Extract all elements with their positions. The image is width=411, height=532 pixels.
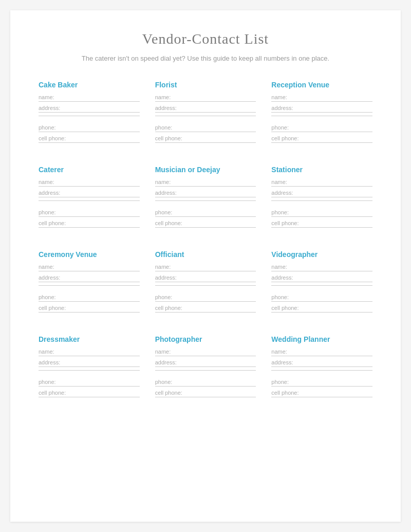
name-label: name: <box>155 264 256 270</box>
address-line-1 <box>155 366 256 367</box>
address-label: address: <box>271 274 372 281</box>
name-field-caterer: name: <box>39 179 140 187</box>
name-field-dressmaker: name: <box>39 348 140 356</box>
phone-field-officiant: phone: <box>155 294 256 302</box>
name-field-photographer: name: <box>155 348 256 356</box>
phone-label: phone: <box>155 294 256 300</box>
cell-phone-label: cell phone: <box>155 220 256 226</box>
vendor-title-ceremony-venue: Ceremony Venue <box>39 250 140 259</box>
phone-field-caterer: phone: <box>39 209 140 217</box>
phone-label: phone: <box>39 124 140 131</box>
cell-phone-line <box>155 397 256 397</box>
name-line <box>271 101 372 102</box>
name-field-cake-baker: name: <box>39 94 140 102</box>
vendor-section-cake-baker: Cake Baker name: address: phone: cell ph… <box>39 81 140 146</box>
address-block-reception-venue: address: <box>271 105 372 116</box>
address-block-videographer: address: <box>271 274 372 286</box>
phone-line <box>155 386 256 387</box>
vendor-title-florist: Florist <box>155 81 256 89</box>
address-block-officiant: address: <box>155 274 256 286</box>
address-line-2 <box>39 370 140 371</box>
cell-phone-line <box>271 227 372 228</box>
phone-line <box>271 386 372 387</box>
phone-label: phone: <box>271 294 372 300</box>
name-field-stationer: name: <box>271 179 372 187</box>
cell-phone-label: cell phone: <box>155 305 256 311</box>
address-line-2 <box>271 285 372 286</box>
phone-field-ceremony-venue: phone: <box>39 294 140 302</box>
cell-phone-label: cell phone: <box>155 135 256 141</box>
address-line-2 <box>39 200 140 201</box>
address-line-2 <box>271 116 372 116</box>
address-block-florist: address: <box>155 105 256 116</box>
cell-phone-line <box>39 142 140 143</box>
name-label: name: <box>155 94 256 100</box>
phone-field-florist: phone: <box>155 124 256 132</box>
name-line <box>39 271 140 271</box>
address-line-2 <box>155 370 256 371</box>
phone-line <box>39 301 140 302</box>
name-field-officiant: name: <box>155 264 256 271</box>
address-line-1 <box>39 197 140 197</box>
name-label: name: <box>39 348 140 355</box>
name-label: name: <box>271 348 372 355</box>
cell-phone-line <box>271 142 372 143</box>
vendor-title-officiant: Officiant <box>155 250 256 259</box>
address-block-wedding-planner: address: <box>271 359 372 371</box>
cell-phone-label: cell phone: <box>155 390 256 396</box>
address-line-1 <box>271 197 372 197</box>
vendor-title-caterer: Caterer <box>39 166 140 174</box>
cell-phone-line <box>155 312 256 313</box>
address-label: address: <box>39 274 140 281</box>
vendor-section-reception-venue: Reception Venue name: address: phone: ce… <box>271 81 372 146</box>
address-line-1 <box>155 112 256 113</box>
phone-field-stationer: phone: <box>271 209 372 217</box>
vendor-section-stationer: Stationer name: address: phone: cell pho… <box>271 166 372 231</box>
name-label: name: <box>271 179 372 185</box>
address-block-photographer: address: <box>155 359 256 371</box>
name-label: name: <box>39 264 140 270</box>
vendor-section-dressmaker: Dressmaker name: address: phone: cell ph… <box>39 335 140 400</box>
name-label: name: <box>155 348 256 355</box>
phone-label: phone: <box>155 124 256 131</box>
address-label: address: <box>271 190 372 196</box>
address-block-caterer: address: <box>39 190 140 201</box>
name-field-wedding-planner: name: <box>271 348 372 356</box>
address-label: address: <box>155 105 256 111</box>
cell-phone-line <box>39 312 140 313</box>
name-line <box>155 356 256 356</box>
address-label: address: <box>155 274 256 281</box>
phone-line <box>271 132 372 132</box>
address-line-2 <box>155 116 256 116</box>
address-line-1 <box>39 366 140 367</box>
vendor-section-ceremony-venue: Ceremony Venue name: address: phone: cel… <box>39 250 140 316</box>
phone-line <box>39 132 140 132</box>
cell-phone-label: cell phone: <box>39 135 140 141</box>
cell-phone-label: cell phone: <box>271 135 372 141</box>
address-line-1 <box>271 366 372 367</box>
address-line-1 <box>271 282 372 282</box>
vendor-section-officiant: Officiant name: address: phone: cell pho… <box>155 250 256 316</box>
address-line-1 <box>39 112 140 113</box>
cell-phone-field-cake-baker: cell phone: <box>39 135 140 143</box>
address-block-cake-baker: address: <box>39 105 140 116</box>
address-line-2 <box>39 116 140 116</box>
name-label: name: <box>39 179 140 185</box>
cell-phone-line <box>155 142 256 143</box>
phone-field-cake-baker: phone: <box>39 124 140 132</box>
cell-phone-field-caterer: cell phone: <box>39 220 140 228</box>
address-label: address: <box>271 105 372 111</box>
vendor-section-videographer: Videographer name: address: phone: cell … <box>271 250 372 316</box>
address-label: address: <box>271 359 372 365</box>
phone-field-musician-deejay: phone: <box>155 209 256 217</box>
name-line <box>155 101 256 102</box>
vendor-section-musician-deejay: Musician or Deejay name: address: phone:… <box>155 166 256 231</box>
address-label: address: <box>155 359 256 365</box>
name-line <box>39 356 140 356</box>
address-line-1 <box>39 282 140 282</box>
address-line-2 <box>271 200 372 201</box>
name-line <box>271 186 372 187</box>
address-line-2 <box>39 285 140 286</box>
cell-phone-label: cell phone: <box>271 220 372 226</box>
vendor-title-stationer: Stationer <box>271 166 372 174</box>
